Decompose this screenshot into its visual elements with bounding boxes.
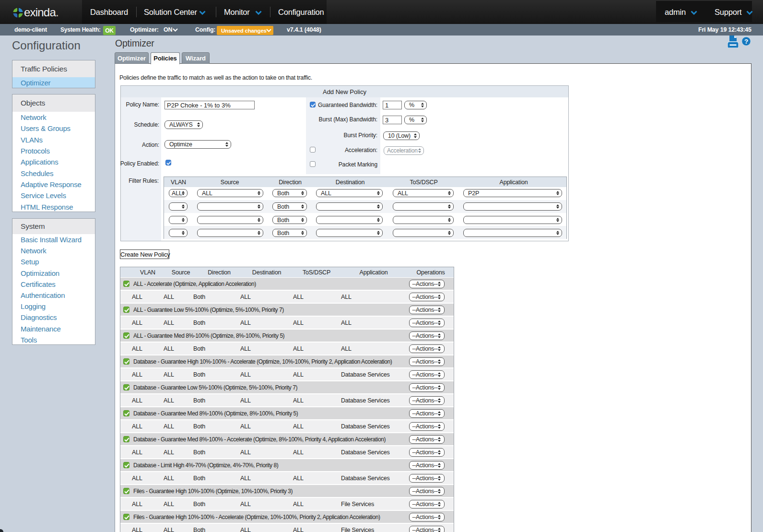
svg-text:?: ? (744, 38, 748, 45)
